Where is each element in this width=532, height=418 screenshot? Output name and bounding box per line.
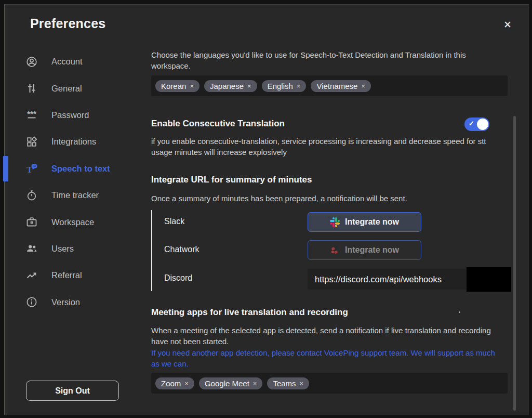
chatwork-integrate-button[interactable]: Integrate now	[308, 240, 421, 260]
meeting-apps-description-text: When a meeting of the selected app is de…	[151, 325, 502, 347]
sidebar-item-label: Account	[51, 57, 83, 67]
users-icon	[25, 242, 38, 255]
tag-label: Vietnamese	[316, 82, 357, 90]
tag-label: Teams	[273, 379, 296, 388]
account-icon	[25, 56, 38, 68]
tag-label: Google Meet	[205, 379, 249, 388]
svg-text:***: ***	[27, 109, 36, 118]
sidebar-item-label: Version	[51, 297, 80, 307]
password-asterisks-icon: ***	[25, 109, 38, 121]
slack-integrate-button[interactable]: Integrate now	[308, 212, 421, 232]
chatwork-row-label: Chatwork	[164, 245, 200, 254]
meeting-app-tag: Zoom ×	[155, 377, 194, 389]
speech-to-text-icon: T	[25, 162, 38, 175]
meeting-apps-description: When a meeting of the selected app is de…	[151, 325, 502, 369]
sidebar-item-users[interactable]: Users	[21, 236, 146, 262]
slack-icon	[330, 217, 340, 227]
widgets-icon	[25, 136, 38, 148]
sidebar: Account General *** Password Integration…	[21, 48, 146, 316]
support-contact-link[interactable]: If you need another app detection, pleas…	[151, 347, 502, 370]
sidebar-item-label: Time tracker	[51, 190, 99, 200]
meeting-app-tag: Teams ×	[267, 377, 309, 389]
integrate-url-description: Once a summary of minutes has been prepa…	[151, 193, 503, 204]
settings-sliders-icon	[25, 82, 38, 95]
languages-multiselect-input[interactable]: Korean × Japanese × English × Vietnamese…	[151, 75, 508, 96]
toggle-knob	[477, 119, 488, 130]
stray-dot	[459, 311, 460, 313]
sidebar-item-label: Speech to text	[51, 164, 110, 174]
remove-tag-icon[interactable]: ×	[361, 82, 365, 90]
integrate-url-title: Integrate URL for summary of minutes	[151, 175, 312, 185]
meeting-app-tag: Google Meet ×	[199, 377, 262, 389]
sidebar-item-version[interactable]: Version	[21, 289, 146, 316]
redaction-overlay	[467, 267, 511, 292]
sidebar-item-workspace[interactable]: Workspace	[21, 208, 146, 235]
remove-tag-icon[interactable]: ×	[297, 82, 301, 90]
sign-out-button[interactable]: Sign Out	[26, 381, 119, 401]
info-icon	[25, 296, 38, 308]
sidebar-item-integrations[interactable]: Integrations	[21, 128, 146, 155]
close-icon[interactable]: ✕	[499, 16, 516, 33]
sidebar-item-label: Referral	[51, 270, 82, 280]
active-item-indicator	[3, 156, 8, 181]
page-title: Preferences	[30, 16, 105, 31]
remove-tag-icon[interactable]: ×	[300, 380, 304, 387]
sidebar-item-account[interactable]: Account	[21, 48, 146, 75]
chatwork-icon	[330, 245, 340, 255]
trending-up-icon	[25, 269, 38, 282]
rows-left-border	[151, 210, 152, 291]
sidebar-item-general[interactable]: General	[21, 75, 146, 101]
consecutive-translation-description: if you enable consecutive-translation, s…	[151, 136, 503, 158]
tag-label: Japanese	[210, 82, 244, 90]
remove-tag-icon[interactable]: ×	[184, 380, 189, 387]
sidebar-item-speech-to-text[interactable]: T Speech to text	[21, 155, 146, 182]
sidebar-item-label: Password	[51, 110, 89, 120]
stopwatch-icon	[25, 189, 38, 202]
sidebar-item-referral[interactable]: Referral	[21, 262, 146, 289]
language-tag: Korean ×	[155, 80, 200, 92]
sidebar-item-label: Integrations	[51, 137, 96, 147]
scrollbar-thumb[interactable]	[513, 116, 516, 411]
check-icon: ✓	[469, 120, 474, 127]
sidebar-item-label: Users	[51, 244, 74, 254]
meeting-apps-multiselect-input[interactable]: Zoom × Google Meet × Teams ×	[151, 373, 508, 394]
button-label: Integrate now	[345, 217, 399, 227]
tag-label: Zoom	[161, 379, 181, 388]
meeting-apps-title: Meeting apps for live translation and re…	[151, 307, 348, 318]
consecutive-translation-toggle[interactable]: ✓	[464, 117, 489, 131]
remove-tag-icon[interactable]: ×	[190, 82, 194, 90]
language-tag: Vietnamese ×	[311, 80, 371, 92]
sidebar-item-time-tracker[interactable]: Time tracker	[21, 182, 146, 208]
slack-row-label: Slack	[164, 217, 184, 226]
tag-label: English	[268, 82, 293, 90]
discord-row-label: Discord	[164, 273, 192, 283]
preferences-dialog: Preferences ✕ Account General *** Passwo…	[4, 4, 529, 415]
languages-description: Choose the languages you'd like to use f…	[151, 49, 495, 72]
consecutive-translation-title: Enable Consecutive Translation	[151, 119, 285, 129]
tag-label: Korean	[161, 82, 186, 90]
remove-tag-icon[interactable]: ×	[253, 380, 257, 387]
remove-tag-icon[interactable]: ×	[247, 82, 251, 90]
sidebar-item-password[interactable]: *** Password	[21, 102, 146, 128]
sidebar-item-label: Workspace	[51, 217, 94, 227]
briefcase-icon	[25, 216, 38, 228]
language-tag: Japanese ×	[204, 80, 257, 92]
language-tag: English ×	[262, 80, 307, 92]
button-label: Integrate now	[345, 245, 399, 255]
sidebar-item-label: General	[51, 84, 82, 94]
